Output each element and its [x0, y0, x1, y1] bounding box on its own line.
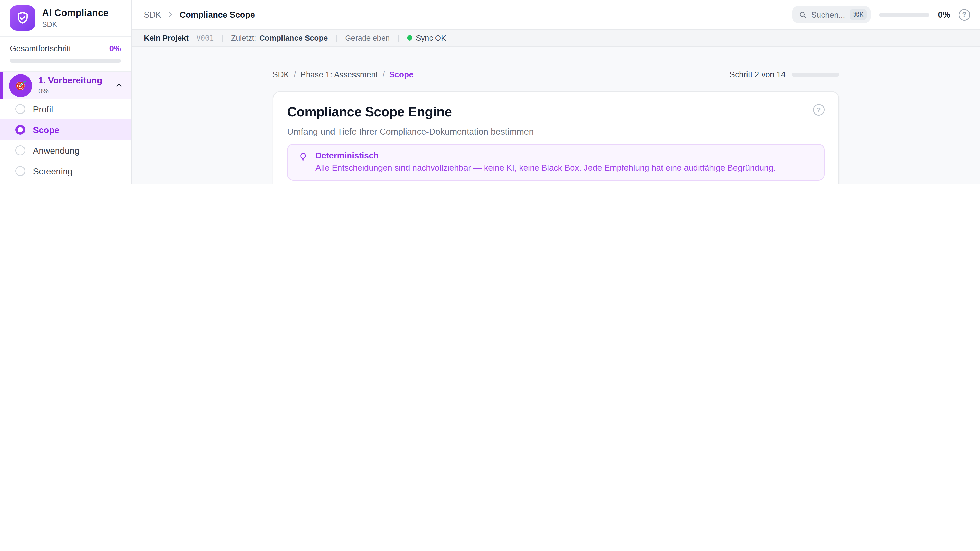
sidebar-item-label: Screening: [33, 167, 73, 176]
radio-icon: [15, 166, 25, 176]
chevron-up-icon[interactable]: [115, 81, 123, 89]
sidebar-item-profil[interactable]: Profil: [0, 99, 131, 119]
sync-ok-dot: [407, 35, 412, 41]
step-progress-bar: [792, 73, 839, 76]
sidebar-item-label: Scope: [33, 125, 59, 135]
app-subtitle: SDK: [42, 20, 108, 28]
target-icon: [9, 74, 32, 97]
radio-icon: [15, 104, 25, 114]
sidebar: AI Compliance SDK Gesamtfortschritt 0% 1…: [0, 0, 132, 184]
engine-card: Compliance Scope Engine ? Umfang und Tie…: [272, 91, 839, 184]
search-placeholder: Suchen...: [811, 10, 845, 19]
section-title: 1. Vorbereitung: [38, 76, 109, 86]
overall-progress-bar: [10, 59, 121, 63]
sidebar-item-label: Anwendung: [33, 146, 80, 155]
info-box-title: Deterministisch: [315, 151, 776, 160]
app-title: AI Compliance: [42, 8, 108, 19]
search-input[interactable]: Suchen... ⌘K: [792, 6, 871, 23]
sync-status: Sync OK: [407, 34, 446, 42]
page-subtitle: Umfang und Tiefe Ihrer Compliance-Dokume…: [287, 127, 824, 136]
last-saved-value: Compliance Scope: [259, 34, 328, 42]
breadcrumb-scope: Scope: [389, 70, 414, 79]
lightbulb-icon: [298, 151, 309, 162]
radio-selected-icon: [15, 125, 25, 135]
breadcrumb: SDK Compliance Scope: [144, 10, 255, 19]
sidebar-section-vorbereitung[interactable]: 1. Vorbereitung 0%: [0, 72, 131, 99]
version-badge: V001: [196, 34, 214, 42]
header-progress-bar: [879, 13, 929, 17]
sidebar-item-module[interactable]: Module: [0, 181, 131, 184]
sidebar-item-anwendung[interactable]: Anwendung: [0, 140, 131, 161]
breadcrumb-phase[interactable]: Phase 1: Assessment: [301, 70, 378, 79]
sidebar-nav: 1. Vorbereitung 0% Profil Scope Anwendun…: [0, 72, 131, 184]
page-breadcrumb: SDK / Phase 1: Assessment / Scope Schrit…: [272, 70, 839, 79]
sidebar-item-scope[interactable]: Scope: [0, 119, 131, 140]
page-content: SDK / Phase 1: Assessment / Scope Schrit…: [132, 47, 980, 184]
main-area: SDK Compliance Scope Suchen... ⌘K 0% ? K…: [132, 0, 980, 184]
help-icon[interactable]: ?: [813, 104, 824, 116]
step-indicator: Schritt 2 von 14: [730, 70, 839, 79]
breadcrumb-root[interactable]: SDK: [144, 10, 161, 19]
project-name: Kein Projekt: [144, 34, 189, 42]
sidebar-item-screening[interactable]: Screening: [0, 161, 131, 181]
header-progress-value: 0%: [938, 10, 950, 19]
page-title: Compliance Scope Engine: [287, 104, 452, 120]
radio-icon: [15, 145, 25, 156]
overall-progress-label: Gesamtfortschritt: [10, 44, 71, 53]
app-logo: AI Compliance SDK: [0, 0, 131, 37]
last-saved-prefix: Zuletzt:: [231, 34, 256, 42]
chevron-right-icon: [167, 11, 174, 18]
status-bar: Kein Projekt V001 | Zuletzt: Compliance …: [132, 30, 980, 47]
section-progress: 0%: [38, 86, 109, 95]
overall-progress-value: 0%: [109, 44, 121, 53]
breadcrumb-current: Compliance Scope: [180, 10, 255, 19]
search-icon: [798, 11, 807, 19]
shield-icon: [10, 5, 35, 30]
help-icon[interactable]: ?: [959, 9, 970, 21]
last-saved-time: Gerade eben: [345, 34, 390, 42]
breadcrumb-sdk[interactable]: SDK: [272, 70, 289, 79]
app-root: AI Compliance SDK Gesamtfortschritt 0% 1…: [0, 0, 980, 184]
sidebar-item-label: Profil: [33, 105, 53, 114]
info-box-deterministisch: Deterministisch Alle Entscheidungen sind…: [287, 144, 824, 181]
info-box-body: Alle Entscheidungen sind nachvollziehbar…: [315, 163, 776, 173]
shortcut-badge: ⌘K: [850, 10, 867, 20]
step-label: Schritt 2 von 14: [730, 70, 786, 79]
active-indicator-bar: [0, 72, 3, 99]
overall-progress: Gesamtfortschritt 0%: [0, 37, 131, 72]
top-header: SDK Compliance Scope Suchen... ⌘K 0% ?: [132, 0, 980, 30]
